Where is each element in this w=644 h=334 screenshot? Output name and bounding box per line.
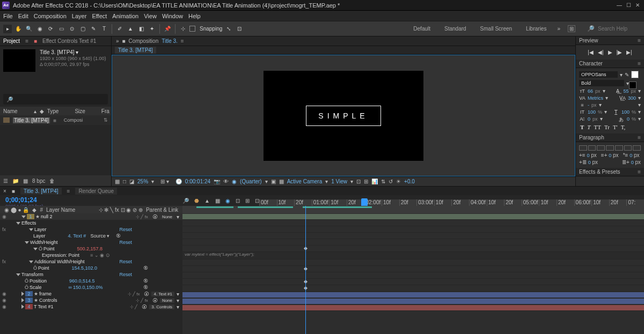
local-axis[interactable]: ⊹: [179, 25, 187, 33]
timeline-ruler[interactable]: 00f10f20f 01:00f10f20f 02:00f10f20f 03:0…: [259, 199, 644, 206]
workspace-standard[interactable]: Standard: [441, 25, 470, 33]
project-row[interactable]: Title 3. [MTP4] ■ Composi ⇅: [0, 115, 111, 125]
flowchart-icon[interactable]: ⇅: [104, 117, 108, 123]
tsume[interactable]: 0: [627, 116, 630, 122]
prev-frame-icon[interactable]: ◀|: [598, 49, 604, 55]
baseline[interactable]: 0: [588, 116, 590, 122]
layer-prop[interactable]: fx Layer Reset: [0, 226, 182, 233]
vscale[interactable]: 100: [588, 109, 596, 115]
interpret-icon[interactable]: ☰: [3, 178, 8, 184]
stroke-swatch[interactable]: [629, 81, 636, 89]
show-snapshot-icon[interactable]: 👁: [223, 179, 229, 184]
roto-tool[interactable]: ✦: [148, 25, 156, 33]
tracking[interactable]: 300: [628, 95, 636, 101]
menu-window[interactable]: Window: [162, 13, 183, 19]
comp-menu-icon[interactable]: ≡: [181, 38, 184, 44]
eyedropper-icon[interactable]: ✎: [625, 72, 629, 78]
timecode-icon[interactable]: 🕐: [175, 179, 182, 184]
workspace-smallscreen[interactable]: Small Screen: [477, 25, 515, 33]
font-family-select[interactable]: OPPOSans: [579, 71, 618, 78]
layer-2[interactable]: ◉ 2 ★frame ⊹ ╱ fx ⦿4. Text #1▾: [0, 291, 182, 297]
brush-tool[interactable]: ✐: [115, 25, 124, 33]
bold-button[interactable]: T: [580, 124, 584, 130]
rect-tool[interactable]: ▢: [78, 25, 87, 33]
hand-tool[interactable]: ✋: [14, 25, 23, 33]
align-center[interactable]: [588, 145, 596, 151]
layer-prop[interactable]: fx Additional Width/Height Reset: [0, 258, 182, 265]
zoom-tool[interactable]: 🔍: [25, 25, 33, 33]
folder-icon[interactable]: 📁: [12, 178, 19, 184]
menu-view[interactable]: View: [144, 13, 157, 19]
point-prop[interactable]: ÔPoint 500.2,157.8: [0, 246, 182, 252]
layer-1[interactable]: ◉ 1 ★null 2 ⊹ ╱ fx ⦿None▾: [0, 213, 182, 220]
layer-3[interactable]: ◉ 3 ★Controls ⊹ ╱ fx ⦿None▾: [0, 297, 182, 303]
menu-edit[interactable]: Edit: [18, 13, 28, 19]
superscript-button[interactable]: T': [613, 124, 618, 130]
close-tab-icon[interactable]: ×: [3, 188, 6, 194]
comp-canvas[interactable]: SIMPLE: [264, 71, 423, 161]
snapshot-icon[interactable]: 📷: [214, 179, 220, 184]
subscript-button[interactable]: T,: [621, 124, 626, 130]
play-icon[interactable]: ▶: [608, 49, 612, 55]
search-input[interactable]: [598, 26, 641, 32]
new-comp-icon[interactable]: ▦: [23, 178, 28, 184]
orbit-tool[interactable]: ◉: [35, 25, 44, 33]
timeline-icon[interactable]: 📊: [371, 179, 378, 184]
project-search[interactable]: 🔎: [3, 94, 108, 105]
trash-icon[interactable]: 🗑: [49, 178, 55, 184]
first-frame-icon[interactable]: |◀: [588, 49, 594, 55]
clone-tool[interactable]: ▲: [126, 25, 135, 33]
menubar[interactable]: File Edit Composition Layer Effect Anima…: [0, 11, 644, 21]
justify-right[interactable]: [624, 145, 632, 151]
menu-file[interactable]: File: [3, 13, 13, 19]
playhead[interactable]: [361, 198, 368, 206]
camera-select[interactable]: Active Camera: [287, 179, 323, 184]
timeline-tracks[interactable]: var mytext = effect("Layer")("Layer");: [182, 206, 644, 334]
allcaps-button[interactable]: TT: [594, 124, 601, 130]
menu-layer[interactable]: Layer: [72, 13, 87, 19]
alpha-icon[interactable]: ▦: [115, 179, 120, 184]
bpc-label[interactable]: 8 bpc: [32, 178, 45, 184]
layer-4[interactable]: ◉ 4 TText #1 ⊹ ╱ ⦿3. Controls▾: [0, 303, 182, 310]
preview-controls[interactable]: |◀ ◀| ▶ |▶ ▶|: [579, 47, 641, 57]
zoom-value[interactable]: 25%: [137, 179, 148, 184]
reset-exp-icon[interactable]: ↺: [389, 179, 393, 184]
align-right[interactable]: [597, 145, 605, 151]
snap-opt2[interactable]: ⊡: [235, 25, 244, 33]
snapping-check[interactable]: [189, 26, 195, 32]
workspace-more[interactable]: »: [557, 26, 560, 32]
lock-icon[interactable]: »: [116, 38, 119, 44]
expression-row[interactable]: Expression: Point ≡ ⌄ ◉ ⊙: [0, 252, 182, 258]
roi-icon[interactable]: ▣: [271, 179, 276, 184]
font-size[interactable]: 66: [588, 88, 593, 94]
font-weight-select[interactable]: Bold: [579, 80, 624, 86]
layer-prop[interactable]: Layer 4. Text # Source▾ ⦿: [0, 233, 182, 239]
puppet-tool[interactable]: 📌: [163, 25, 172, 33]
project-tab[interactable]: Project: [3, 38, 20, 44]
leading[interactable]: 55: [623, 88, 628, 94]
last-frame-icon[interactable]: ▶|: [626, 49, 632, 55]
workspace-overflow-icon[interactable]: ⊞: [568, 25, 575, 32]
kerning[interactable]: Metrics: [588, 95, 603, 101]
exposure-value[interactable]: +0.0: [404, 179, 415, 184]
pixel-aspect-icon[interactable]: ⊡: [356, 179, 361, 184]
view-count[interactable]: 1 View: [331, 179, 347, 184]
menu-animation[interactable]: Animation: [112, 13, 138, 19]
hscale[interactable]: 100: [621, 109, 630, 115]
eraser-tool[interactable]: ◧: [137, 25, 145, 33]
scale-prop[interactable]: ÔScale ∞ 150.0,150.0% ⦿: [0, 284, 182, 291]
viewer[interactable]: SIMPLE: [112, 55, 575, 176]
comp-tab[interactable]: Title 3. [MTP4]: [115, 47, 156, 54]
mask-icon[interactable]: □: [123, 179, 126, 184]
close-button[interactable]: ✕: [635, 2, 640, 8]
proj-item-name[interactable]: Title 3. [MTP4]: [13, 117, 50, 123]
stroke-width[interactable]: -: [588, 102, 589, 108]
exposure-icon[interactable]: ☀: [396, 179, 401, 184]
comp-name[interactable]: Title 3. [MTP4] ▾: [40, 49, 106, 55]
timeline-time[interactable]: 0;00;01;24: [5, 196, 177, 204]
transparency-icon[interactable]: ▦: [279, 179, 284, 184]
point-prop[interactable]: ÔPoint 154.5,102.0 ⦿: [0, 265, 182, 271]
rotate-tool[interactable]: ⟳: [46, 25, 55, 33]
justify-all[interactable]: [633, 145, 641, 151]
guides-icon[interactable]: ◪: [129, 179, 134, 184]
